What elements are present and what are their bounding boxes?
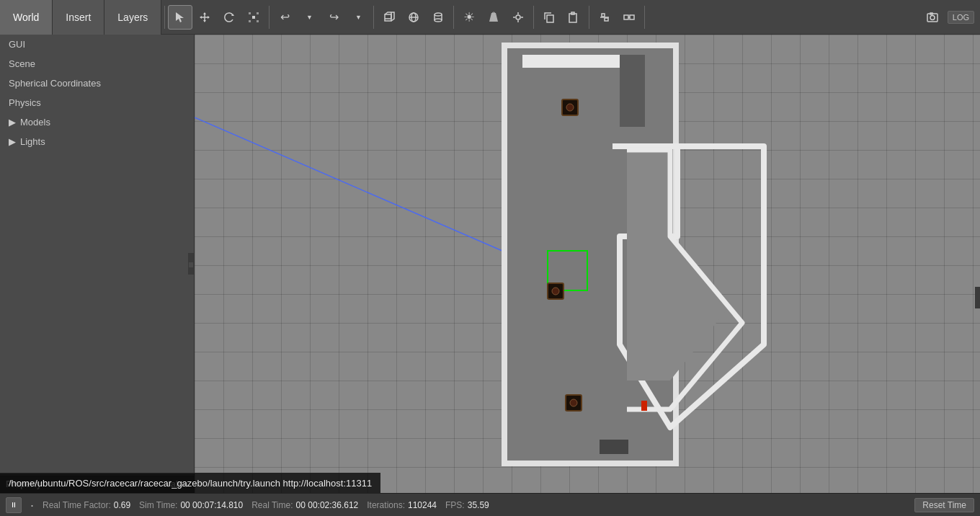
sidebar-item-spherical-coords[interactable]: Spherical Coordinates (0, 74, 194, 93)
sidebar-item-gui[interactable]: GUI (0, 35, 194, 54)
svg-marker-3 (203, 12, 206, 14)
lights-arrow-icon: ▶ (9, 136, 16, 147)
models-arrow-icon: ▶ (9, 117, 16, 128)
toolbar-right: LOG (920, 5, 980, 30)
svg-rect-12 (257, 20, 259, 22)
svg-point-29 (516, 15, 520, 19)
align-btn[interactable] (592, 5, 617, 30)
sep-3 (373, 6, 374, 29)
tooltip-text: /home/ubuntu/ROS/src/racecar/racecar_gaz… (9, 478, 372, 489)
iterations-value: 110244 (408, 500, 437, 510)
tooltip-bar: /home/ubuntu/ROS/src/racecar/racecar_gaz… (0, 473, 380, 493)
sim-time-item: Sim Time: 00 00:07:14.810 (139, 500, 243, 510)
sidebar: GUI Scene Spherical Coordinates Physics … (0, 35, 195, 493)
viewport[interactable] (195, 35, 980, 493)
real-time-factor-label: Real Time Factor: (43, 500, 111, 510)
tab-layers[interactable]: Layers (104, 0, 161, 35)
sidebar-item-models[interactable]: ▶ Models (0, 112, 194, 132)
svg-marker-6 (208, 16, 210, 19)
svg-marker-23 (489, 13, 498, 22)
pause-btn[interactable]: ⏸ (6, 497, 22, 513)
fps-value: 35.59 (468, 500, 489, 510)
sidebar-item-lights-label: Lights (20, 136, 45, 147)
svg-rect-31 (569, 14, 576, 22)
log-btn[interactable]: LOG (948, 11, 974, 24)
translate-tool-btn[interactable] (192, 5, 217, 30)
svg-rect-10 (257, 12, 259, 14)
real-time-value: 00 00:02:36.612 (296, 500, 359, 510)
iterations-label: Iterations: (367, 500, 405, 510)
svg-rect-30 (547, 15, 553, 22)
sim-time-value: 00 00:07:14.810 (180, 500, 243, 510)
svg-point-19 (435, 13, 442, 16)
sim-time-label: Sim Time: (139, 500, 177, 510)
reset-time-btn[interactable]: Reset Time (914, 498, 974, 512)
point-light-btn[interactable] (506, 5, 530, 30)
svg-rect-13 (385, 14, 391, 21)
svg-rect-9 (249, 12, 251, 14)
svg-rect-34 (602, 14, 605, 17)
svg-rect-35 (605, 18, 608, 21)
grid-background (195, 35, 980, 493)
sep-1 (164, 6, 165, 29)
redo-btn[interactable]: ↪ (321, 5, 346, 30)
fps-label: FPS: (445, 500, 465, 510)
svg-marker-0 (176, 12, 184, 22)
spot-light-btn[interactable] (481, 5, 506, 30)
sidebar-item-physics[interactable]: Physics (0, 93, 194, 112)
real-time-factor-item: Real Time Factor: 0.69 (43, 500, 130, 510)
scale-tool-btn[interactable] (241, 5, 266, 30)
sep-5 (533, 6, 534, 29)
redo-dropdown-btn[interactable]: ▼ (346, 5, 370, 30)
sphere-btn[interactable] (401, 5, 426, 30)
sep-4 (453, 6, 454, 29)
sidebar-item-scene[interactable]: Scene (0, 54, 194, 74)
fps-item: FPS: 35.59 (445, 500, 489, 510)
sidebar-item-lights[interactable]: ▶ Lights (0, 132, 194, 151)
undo-dropdown-btn[interactable]: ▼ (297, 5, 321, 30)
paste-btn[interactable] (561, 5, 586, 30)
copy-btn[interactable] (537, 5, 561, 30)
svg-rect-11 (249, 20, 251, 22)
statusbar: ⏸ · Real Time Factor: 0.69 Sim Time: 00 … (0, 493, 980, 516)
sun-light-btn[interactable]: ☀ (457, 5, 481, 30)
status-dot: · (30, 499, 34, 512)
sidebar-spacer (0, 151, 194, 476)
sep-2 (269, 6, 270, 29)
screenshot-btn[interactable] (920, 5, 945, 30)
svg-point-22 (435, 19, 442, 22)
sidebar-item-models-label: Models (20, 117, 50, 128)
svg-rect-37 (630, 15, 634, 19)
iterations-item: Iterations: 110244 (367, 500, 437, 510)
sep-6 (589, 6, 589, 29)
tab-insert[interactable]: Insert (53, 0, 104, 35)
sidebar-resize-handle[interactable]: ||| (188, 253, 194, 275)
cylinder-btn[interactable] (426, 5, 450, 30)
real-time-label: Real Time: (251, 500, 293, 510)
tab-world[interactable]: World (0, 0, 53, 35)
svg-rect-36 (624, 15, 628, 19)
rotate-tool-btn[interactable] (217, 5, 241, 30)
svg-point-40 (930, 15, 935, 19)
svg-marker-4 (203, 20, 206, 22)
topbar: World Insert Layers ↩ ▼ (0, 0, 980, 35)
svg-rect-8 (252, 16, 255, 19)
svg-marker-5 (200, 16, 202, 19)
cube-btn[interactable] (377, 5, 401, 30)
sep-7 (644, 6, 645, 29)
snap-btn[interactable] (617, 5, 641, 30)
real-time-factor-value: 0.69 (114, 500, 130, 510)
undo-btn[interactable]: ↩ (272, 5, 297, 30)
real-time-item: Real Time: 00 00:02:36.612 (251, 500, 358, 510)
select-tool-btn[interactable] (168, 5, 192, 30)
